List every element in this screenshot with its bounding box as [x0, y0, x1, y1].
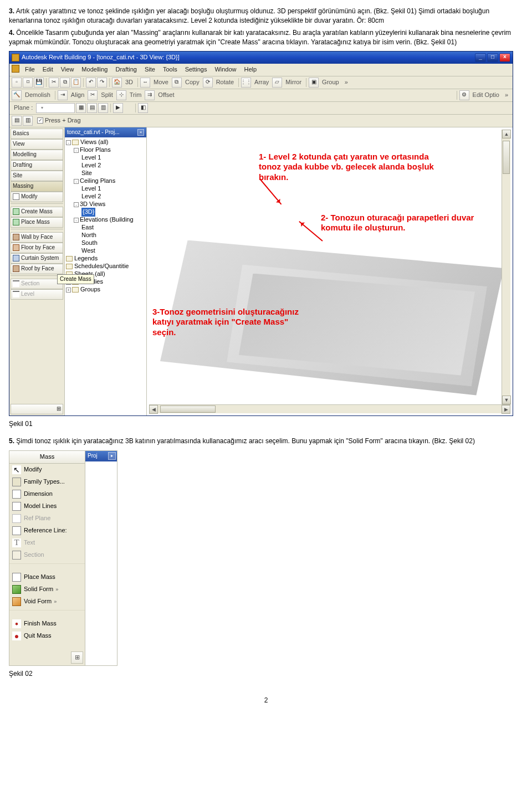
menu-file[interactable]: File: [22, 65, 38, 75]
view3d-icon[interactable]: 🏠: [112, 78, 122, 88]
mass-placemass[interactable]: Place Mass: [9, 571, 85, 583]
plane-show-icon[interactable]: ▤: [87, 103, 97, 113]
cut-icon[interactable]: ✂: [49, 78, 59, 88]
mass-dimension[interactable]: Dimension: [9, 488, 85, 500]
maximize-button[interactable]: □: [487, 53, 498, 62]
menu-site[interactable]: Site: [141, 65, 158, 75]
mass-solidform[interactable]: Solid Form»: [9, 583, 85, 596]
scroll-up-icon[interactable]: ▲: [502, 130, 511, 138]
browser-fragment-arrow-icon[interactable]: ▸: [108, 452, 116, 460]
trim-icon[interactable]: ⊹: [116, 90, 126, 100]
paste-icon[interactable]: 📋: [71, 78, 81, 88]
split-label[interactable]: Split: [99, 91, 115, 100]
designbar-placemass[interactable]: Place Mass: [11, 217, 63, 228]
expand-icon[interactable]: -: [74, 148, 79, 153]
expand-icon[interactable]: -: [66, 140, 71, 145]
mass-modify[interactable]: Modify: [9, 464, 85, 476]
vertical-scrollbar[interactable]: ▲ ▼: [502, 130, 510, 404]
rotate-icon[interactable]: ⟳: [203, 78, 213, 88]
overflow-arrows[interactable]: »: [342, 78, 350, 87]
move-label[interactable]: Move: [151, 78, 171, 87]
editopt-icon[interactable]: ⚙: [459, 90, 469, 100]
align-icon[interactable]: ⇥: [58, 90, 68, 100]
designbar-modelling[interactable]: Modelling: [11, 150, 63, 160]
menu-drafting[interactable]: Drafting: [112, 65, 140, 75]
menu-tools[interactable]: Tools: [160, 65, 181, 75]
expand-icon[interactable]: -: [74, 218, 79, 223]
view3d-label[interactable]: 3D: [123, 78, 135, 87]
menu-window[interactable]: Window: [211, 65, 239, 75]
plane-ref-icon[interactable]: ▥: [98, 103, 108, 113]
designbar-site[interactable]: Site: [11, 171, 63, 181]
mass-refline[interactable]: Reference Line:: [9, 525, 85, 537]
flyout-icon[interactable]: »: [55, 586, 58, 593]
menu-settings[interactable]: Settings: [182, 65, 211, 75]
scroll-thumb-v[interactable]: [503, 141, 510, 174]
mass-finishmass[interactable]: Finish Mass: [9, 618, 85, 630]
menu-edit[interactable]: Edit: [39, 65, 57, 75]
offset-icon[interactable]: ⇉: [145, 90, 155, 100]
filter-icon[interactable]: ▤: [12, 116, 22, 126]
mass-voidform[interactable]: Void Form»: [9, 596, 85, 608]
overflow-arrows-2[interactable]: »: [503, 91, 510, 100]
expand-icon[interactable]: +: [66, 288, 71, 293]
designbar-roofbyface[interactable]: Roof by Face: [11, 264, 63, 274]
copy-label[interactable]: Copy: [183, 78, 202, 87]
new-icon[interactable]: ▫: [12, 78, 22, 88]
scroll-down-icon[interactable]: ▼: [502, 396, 511, 404]
mass-header[interactable]: Mass: [9, 451, 85, 464]
designbar-drafting[interactable]: Drafting: [11, 160, 63, 171]
designbar-createmass[interactable]: Create Mass: [11, 207, 63, 217]
designbar-view[interactable]: View: [11, 139, 63, 150]
scroll-left-icon[interactable]: ◀: [149, 405, 158, 414]
save-icon[interactable]: 💾: [34, 78, 44, 88]
designbar-floorbyface[interactable]: Floor by Face: [11, 243, 63, 253]
designbar-basics[interactable]: Basics: [11, 129, 63, 139]
demolish-label[interactable]: Demolish: [23, 91, 53, 100]
mass-modellines[interactable]: Model Lines: [9, 500, 85, 512]
browser-header[interactable]: tonoz_cati.rvt - Proj... ×: [65, 127, 146, 138]
open-icon[interactable]: ⌑: [23, 78, 33, 88]
redo-icon[interactable]: ↷: [97, 78, 107, 88]
expand-icon[interactable]: -: [74, 202, 79, 207]
split-icon[interactable]: ✂: [88, 90, 98, 100]
group-icon[interactable]: ▣: [309, 78, 319, 88]
menu-modelling[interactable]: Modelling: [78, 65, 111, 75]
editopt-label[interactable]: Edit Optio: [470, 91, 502, 100]
rotate-label[interactable]: Rotate: [214, 78, 236, 87]
move-icon[interactable]: ↔: [140, 78, 150, 88]
flyout-icon[interactable]: »: [54, 598, 57, 606]
demolish-icon[interactable]: 🔨: [12, 90, 22, 100]
some-tool-icon[interactable]: ◧: [138, 103, 148, 113]
browser-close-icon[interactable]: ×: [137, 129, 144, 136]
group-label[interactable]: Group: [320, 78, 341, 87]
mass-quitmass[interactable]: Quit Mass: [9, 630, 85, 642]
array-icon[interactable]: ⋮⋮: [241, 78, 251, 88]
close-button[interactable]: ×: [499, 53, 510, 62]
scroll-right-icon[interactable]: ▶: [502, 405, 510, 414]
menu-view[interactable]: View: [58, 65, 78, 75]
browser-tree[interactable]: -Views (all) -Floor Plans Level 1 Level …: [65, 137, 146, 295]
pressdrag-checkbox[interactable]: ✓: [37, 117, 43, 124]
copy-icon[interactable]: ⧉: [60, 78, 70, 88]
expand-icon[interactable]: -: [74, 179, 79, 184]
designbar-expand[interactable]: ⊞: [11, 404, 63, 414]
offset-label[interactable]: Offset: [156, 91, 176, 100]
trim-label[interactable]: Trim: [127, 91, 144, 100]
titlebar[interactable]: Autodesk Revit Building 9 - [tonoz_cati.…: [9, 52, 513, 64]
designbar-massing[interactable]: Massing: [11, 181, 63, 192]
activate-icon[interactable]: ▶: [113, 103, 123, 113]
mass-familytypes[interactable]: Family Types...: [9, 476, 85, 488]
mirror-label[interactable]: Mirror: [283, 78, 304, 87]
groups-node[interactable]: Groups: [80, 285, 100, 294]
mass-expand[interactable]: ⊞: [71, 651, 83, 664]
array-label[interactable]: Array: [252, 78, 271, 87]
filter2-icon[interactable]: ▥: [23, 116, 33, 126]
plane-dropdown[interactable]: [36, 103, 75, 113]
undo-icon[interactable]: ↶: [86, 78, 96, 88]
menu-help[interactable]: Help: [241, 65, 260, 75]
designbar-wallbyface[interactable]: Wall by Face: [11, 232, 63, 243]
minimize-button[interactable]: _: [475, 53, 486, 62]
horizontal-scrollbar[interactable]: ◀ ▶: [149, 404, 510, 413]
scroll-thumb-h[interactable]: [160, 406, 216, 413]
